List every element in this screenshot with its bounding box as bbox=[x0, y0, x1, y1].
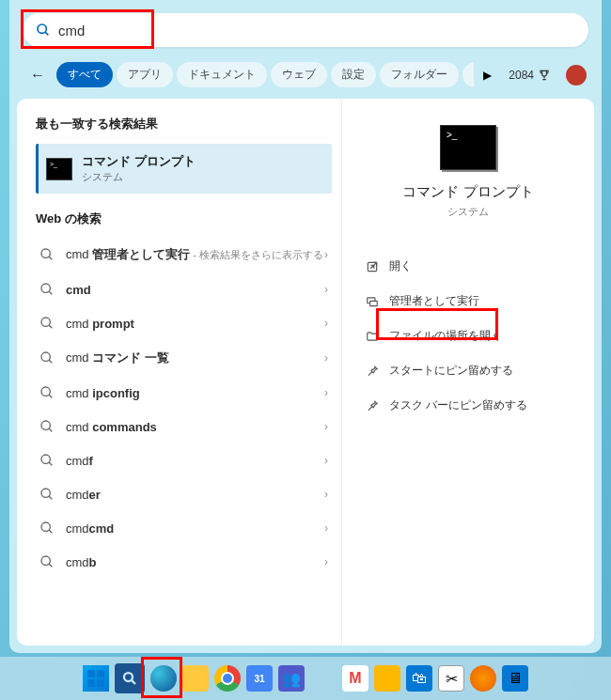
search-bar[interactable] bbox=[23, 13, 588, 47]
web-search-item[interactable]: cmdf› bbox=[36, 443, 332, 477]
action-label: タスク バーにピン留めする bbox=[389, 397, 527, 413]
taskbar-store-icon[interactable]: 🛍 bbox=[406, 665, 432, 692]
best-match-item[interactable]: コマンド プロンプト システム bbox=[36, 144, 332, 194]
web-items-list: cmd 管理者として実行 - 検索結果をさらに表示する›cmd›cmd prom… bbox=[36, 237, 332, 579]
rewards-indicator[interactable]: 2084 bbox=[509, 69, 551, 82]
filter-tab[interactable]: アプリ bbox=[117, 62, 173, 87]
svg-point-2 bbox=[41, 249, 50, 257]
preview-subtitle: システム bbox=[357, 205, 579, 219]
filter-tab[interactable]: すべて bbox=[56, 62, 113, 87]
web-search-item[interactable]: cmd› bbox=[36, 272, 332, 306]
web-search-item[interactable]: cmd コマンド 一覧› bbox=[36, 340, 332, 376]
preview-actions-list: 開く管理者として実行ファイルの場所を開くスタートにピン留めするタスク バーにピン… bbox=[357, 249, 579, 423]
taskbar-search-button[interactable] bbox=[115, 663, 145, 693]
svg-point-20 bbox=[41, 556, 50, 565]
taskbar-clipchamp-icon[interactable] bbox=[310, 665, 337, 692]
more-tabs-icon[interactable]: ▶ bbox=[483, 69, 492, 82]
taskbar-snip-icon[interactable]: ✂ bbox=[438, 665, 464, 692]
svg-line-11 bbox=[49, 395, 52, 397]
chevron-right-icon: › bbox=[324, 521, 328, 535]
search-panel: ← すべてアプリドキュメントウェブ設定フォルダー写 ▶ 2084 最も一致する検… bbox=[9, 0, 602, 653]
search-icon bbox=[39, 247, 55, 262]
trophy-icon bbox=[538, 69, 551, 82]
back-arrow-icon[interactable]: ← bbox=[24, 67, 51, 84]
chevron-right-icon: › bbox=[324, 351, 328, 365]
preview-action-pin[interactable]: スタートにピン留めする bbox=[357, 353, 579, 388]
action-label: 管理者として実行 bbox=[389, 293, 479, 309]
web-search-item[interactable]: cmdb› bbox=[36, 545, 332, 579]
search-icon bbox=[39, 521, 55, 536]
taskbar: 31 👥 M 🛍 ✂ 🖥 bbox=[0, 657, 611, 700]
filter-tab[interactable]: ドキュメント bbox=[177, 62, 267, 87]
chevron-right-icon: › bbox=[324, 420, 328, 433]
web-search-item[interactable]: cmd commands› bbox=[36, 410, 332, 443]
svg-point-6 bbox=[41, 318, 50, 326]
taskbar-calendar-icon[interactable]: 31 bbox=[246, 665, 273, 692]
svg-rect-24 bbox=[370, 301, 378, 305]
web-search-item[interactable]: cmd 管理者として実行 - 検索結果をさらに表示する› bbox=[36, 237, 332, 272]
action-label: 開く bbox=[389, 258, 412, 274]
web-item-text: cmd bbox=[66, 283, 324, 297]
svg-point-0 bbox=[38, 24, 46, 33]
search-icon bbox=[39, 316, 55, 331]
taskbar-teams-icon[interactable]: 👥 bbox=[278, 665, 305, 692]
svg-point-4 bbox=[41, 284, 50, 292]
web-search-item[interactable]: cmd ipconfig› bbox=[36, 376, 332, 410]
preview-action-admin[interactable]: 管理者として実行 bbox=[357, 284, 579, 319]
svg-point-10 bbox=[41, 387, 50, 396]
filter-tabs-row: ← すべてアプリドキュメントウェブ設定フォルダー写 ▶ 2084 bbox=[9, 58, 602, 99]
search-input[interactable] bbox=[58, 23, 575, 39]
web-item-text: cmder bbox=[66, 488, 324, 502]
search-icon bbox=[39, 385, 55, 400]
svg-point-25 bbox=[124, 673, 133, 681]
rewards-points: 2084 bbox=[509, 69, 534, 82]
svg-line-15 bbox=[49, 462, 52, 465]
search-icon bbox=[39, 453, 55, 468]
filter-tab[interactable]: 設定 bbox=[331, 62, 376, 87]
pin-icon bbox=[365, 365, 380, 378]
web-item-text: cmdb bbox=[66, 555, 324, 569]
chevron-right-icon: › bbox=[324, 248, 328, 261]
svg-line-13 bbox=[49, 428, 52, 431]
taskbar-chrome-icon[interactable] bbox=[214, 665, 241, 692]
web-search-item[interactable]: cmdcmd› bbox=[36, 511, 332, 545]
web-item-text: cmdcmd bbox=[66, 521, 324, 536]
svg-line-9 bbox=[49, 360, 52, 363]
chevron-right-icon: › bbox=[324, 555, 328, 568]
taskbar-firefox-icon[interactable] bbox=[470, 665, 496, 692]
svg-line-17 bbox=[49, 496, 52, 499]
chevron-right-icon: › bbox=[324, 386, 328, 399]
action-label: スタートにピン留めする bbox=[389, 363, 513, 379]
web-item-text: cmd コマンド 一覧 bbox=[66, 350, 324, 366]
search-icon bbox=[39, 419, 55, 434]
taskbar-gmail-icon[interactable]: M bbox=[342, 665, 368, 692]
pin-icon bbox=[365, 399, 380, 412]
taskbar-notes-icon[interactable] bbox=[374, 665, 400, 692]
preview-action-folder[interactable]: ファイルの場所を開く bbox=[357, 319, 579, 353]
filter-tab[interactable]: フォルダー bbox=[380, 62, 459, 87]
taskbar-explorer-icon[interactable] bbox=[182, 665, 209, 692]
search-icon bbox=[39, 350, 55, 366]
filter-tab[interactable]: 写 bbox=[462, 62, 474, 87]
web-search-item[interactable]: cmder› bbox=[36, 477, 332, 511]
search-bar-container bbox=[9, 0, 602, 58]
results-left-column: 最も一致する検索結果 コマンド プロンプト システム Web の検索 cmd 管… bbox=[17, 99, 341, 646]
filter-tab[interactable]: ウェブ bbox=[271, 62, 327, 87]
chevron-right-icon: › bbox=[324, 317, 328, 330]
chevron-right-icon: › bbox=[324, 283, 328, 296]
web-search-item[interactable]: cmd prompt› bbox=[36, 306, 332, 340]
web-item-text: cmd ipconfig bbox=[66, 386, 324, 400]
taskbar-edge-icon[interactable] bbox=[150, 665, 177, 692]
svg-line-3 bbox=[49, 257, 52, 259]
action-label: ファイルの場所を開く bbox=[389, 328, 502, 344]
svg-line-21 bbox=[49, 564, 52, 567]
folder-icon bbox=[365, 330, 380, 343]
preview-action-pin[interactable]: タスク バーにピン留めする bbox=[357, 388, 579, 423]
user-avatar[interactable] bbox=[566, 65, 587, 86]
svg-line-1 bbox=[45, 32, 48, 35]
taskbar-start-button[interactable] bbox=[83, 665, 109, 692]
taskbar-remote-icon[interactable]: 🖥 bbox=[502, 665, 528, 692]
web-item-text: cmd 管理者として実行 - 検索結果をさらに表示する bbox=[66, 246, 324, 263]
preview-action-open[interactable]: 開く bbox=[357, 249, 579, 284]
svg-point-16 bbox=[41, 489, 50, 497]
